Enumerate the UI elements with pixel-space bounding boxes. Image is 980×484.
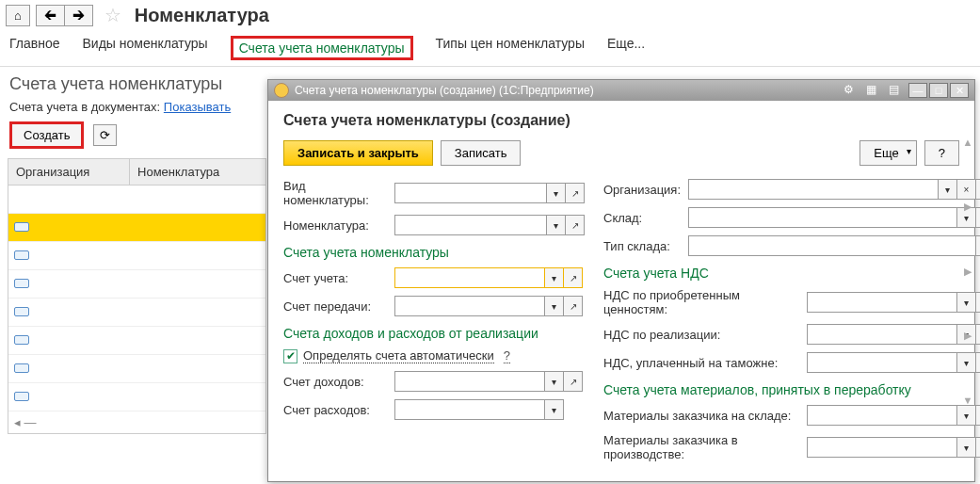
input-vat-sale[interactable] xyxy=(807,324,957,345)
dialog-title: Счета учета номенклатуры (создание) (1С:… xyxy=(295,84,594,97)
table-row[interactable] xyxy=(8,242,265,270)
dialog-heading: Счета учета номенклатуры (создание) xyxy=(283,112,959,129)
label-expense: Счет расходов: xyxy=(283,403,389,417)
dropdown-icon[interactable]: ▾ xyxy=(939,179,957,200)
tab-kinds[interactable]: Виды номенклатуры xyxy=(83,36,208,60)
titlebar-calc-icon[interactable]: ▦ xyxy=(863,83,878,96)
dropdown-icon[interactable]: ▾ xyxy=(547,215,566,235)
checkbox-auto[interactable]: ✔ xyxy=(283,349,297,363)
label-transfer: Счет передачи: xyxy=(283,299,389,314)
label-sklad: Склад: xyxy=(603,211,683,225)
scroll-up-icon[interactable]: ▲ xyxy=(961,137,974,148)
table-row[interactable] xyxy=(8,186,265,214)
table-row[interactable] xyxy=(8,355,265,383)
titlebar-settings-icon[interactable]: ⚙ xyxy=(841,83,856,96)
label-vat-sale: НДС по реализации: xyxy=(603,328,801,342)
input-vat-purchase[interactable] xyxy=(807,292,957,313)
record-icon xyxy=(14,307,29,316)
record-icon xyxy=(14,250,29,260)
input-acct[interactable] xyxy=(394,267,545,288)
input-tip-sklada[interactable] xyxy=(688,235,976,256)
label-income: Счет доходов: xyxy=(283,375,389,389)
record-icon xyxy=(14,335,29,345)
group-vat: Счета учета НДС xyxy=(603,266,980,281)
help-button[interactable]: ? xyxy=(924,140,959,166)
dropdown-icon[interactable]: ▾ xyxy=(545,399,564,420)
scroll-down-icon[interactable]: ▼ xyxy=(961,395,974,406)
group-materials: Счета учета материалов, принятых в перер… xyxy=(603,382,980,397)
label-auto[interactable]: Определять счета автоматически xyxy=(303,348,494,363)
accounts-table: Организация Номенклатура ◂ — xyxy=(8,158,266,434)
label-mat-prod: Материалы заказчика в производстве: xyxy=(603,433,801,461)
col-org[interactable]: Организация xyxy=(8,159,130,186)
input-transfer[interactable] xyxy=(394,296,545,316)
back-button[interactable]: 🡰 xyxy=(36,5,64,26)
tab-more[interactable]: Еще... xyxy=(607,36,645,60)
table-row[interactable] xyxy=(8,270,265,298)
open-icon[interactable]: ↗ xyxy=(976,207,980,228)
scroll-right-icon[interactable]: ▶ xyxy=(961,330,974,342)
input-sklad[interactable] xyxy=(688,207,957,228)
table-row[interactable] xyxy=(8,383,265,411)
dropdown-icon[interactable]: ▾ xyxy=(545,296,564,316)
input-vat-customs[interactable] xyxy=(807,352,957,373)
tab-accounts[interactable]: Счета учета номенклатуры xyxy=(231,36,413,60)
open-icon[interactable]: ↗ xyxy=(976,324,980,345)
save-button[interactable]: Записать xyxy=(441,140,522,166)
scroll-right-icon[interactable]: ▶ xyxy=(961,266,974,278)
open-icon[interactable]: ↗ xyxy=(564,267,583,288)
refresh-button[interactable]: ⟳ xyxy=(93,124,117,146)
input-vid[interactable] xyxy=(394,183,547,203)
input-expense[interactable] xyxy=(394,399,545,420)
open-icon[interactable]: ↗ xyxy=(564,296,583,316)
create-button[interactable]: Создать xyxy=(9,121,84,149)
favorite-icon[interactable]: ☆ xyxy=(104,4,121,26)
open-icon[interactable]: ↗ xyxy=(564,371,583,392)
home-button[interactable]: ⌂ xyxy=(6,5,30,26)
input-nom[interactable] xyxy=(394,215,547,235)
open-icon[interactable]: ↗ xyxy=(976,179,980,200)
open-icon[interactable]: ↗ xyxy=(566,183,585,203)
save-close-button[interactable]: Записать и закрыть xyxy=(283,140,433,166)
maximize-button[interactable]: □ xyxy=(929,83,948,98)
dropdown-icon[interactable]: ▾ xyxy=(976,235,980,256)
table-row[interactable] xyxy=(8,214,265,242)
open-icon[interactable]: ↗ xyxy=(976,352,980,373)
label-vat-purchase: НДС по приобретенным ценностям: xyxy=(603,288,801,316)
dialog-titlebar[interactable]: Счета учета номенклатуры (создание) (1С:… xyxy=(268,80,974,101)
tab-prices[interactable]: Типы цен номенклатуры xyxy=(436,36,585,60)
open-icon[interactable]: ↗ xyxy=(976,437,980,458)
tab-main[interactable]: Главное xyxy=(9,36,60,60)
dropdown-icon[interactable]: ▾ xyxy=(545,267,564,288)
label-nom: Номенклатура: xyxy=(283,218,389,233)
help-icon[interactable]: ? xyxy=(504,348,510,363)
app-logo-icon xyxy=(274,83,289,98)
record-icon xyxy=(14,279,29,288)
close-button[interactable]: ✕ xyxy=(950,83,969,98)
scroll-indicator[interactable]: ◂ — xyxy=(8,411,265,433)
open-icon[interactable]: ↗ xyxy=(976,405,980,426)
dropdown-icon[interactable]: ▾ xyxy=(547,183,566,203)
scroll-right-icon[interactable]: ▶ xyxy=(961,201,974,213)
input-org[interactable] xyxy=(688,179,939,200)
open-icon[interactable]: ↗ xyxy=(976,292,980,313)
input-mat-stock[interactable] xyxy=(807,405,957,426)
dropdown-icon[interactable]: ▾ xyxy=(545,371,564,392)
table-row[interactable] xyxy=(8,298,265,327)
minimize-button[interactable]: — xyxy=(908,83,927,98)
label-vid: Вид номенклатуры: xyxy=(283,179,389,207)
refresh-icon: ⟳ xyxy=(100,128,110,142)
label-tip-sklada: Тип склада: xyxy=(603,239,683,253)
input-income[interactable] xyxy=(394,371,545,392)
more-button[interactable]: Еще xyxy=(860,140,916,166)
input-mat-prod[interactable] xyxy=(807,437,957,458)
titlebar-calendar-icon[interactable]: ▤ xyxy=(886,83,901,96)
docs-label: Счета учета в документах: xyxy=(9,100,160,114)
forward-button[interactable]: 🡲 xyxy=(64,5,93,26)
label-mat-stock: Материалы заказчика на складе: xyxy=(603,409,801,423)
open-icon[interactable]: ↗ xyxy=(566,215,585,235)
record-icon xyxy=(14,363,29,373)
docs-show-link[interactable]: Показывать xyxy=(164,100,231,114)
col-nom[interactable]: Номенклатура xyxy=(130,159,265,186)
table-row[interactable] xyxy=(8,327,265,355)
